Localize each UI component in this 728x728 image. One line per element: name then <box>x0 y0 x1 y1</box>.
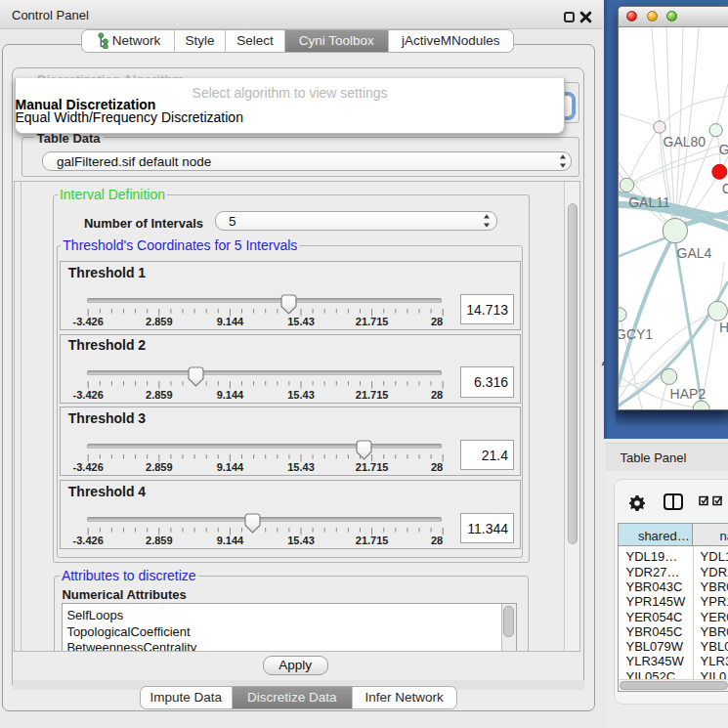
svg-text:HAP2: HAP2 <box>670 386 707 402</box>
svg-text:HI: HI <box>719 320 728 335</box>
svg-text:CA: CA <box>722 181 728 196</box>
svg-text:GAL4: GAL4 <box>677 245 712 261</box>
svg-text:GAL11: GAL11 <box>628 194 670 210</box>
svg-text:GA: GA <box>719 142 728 157</box>
svg-text:GAL80: GAL80 <box>664 134 707 150</box>
svg-text:GCY1: GCY1 <box>619 326 653 342</box>
